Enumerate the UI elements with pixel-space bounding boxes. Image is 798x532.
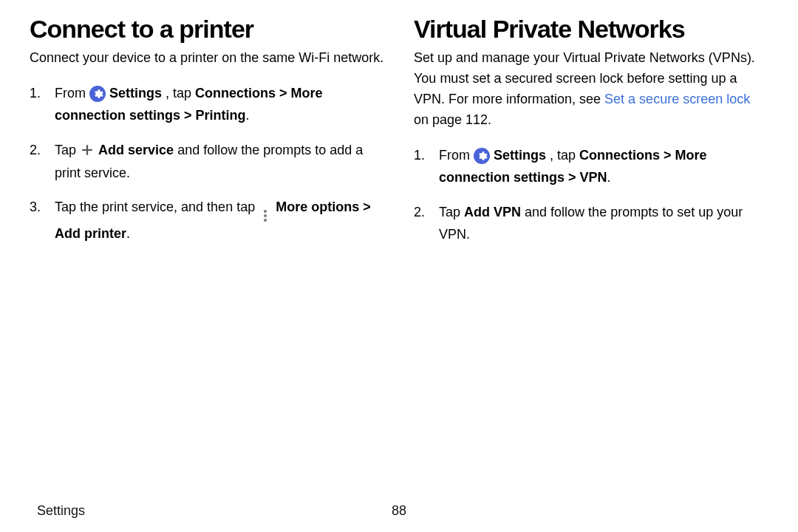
step-text: . (607, 170, 611, 185)
bold-settings: Settings (109, 86, 162, 100)
step-text: . (246, 108, 250, 123)
bold-settings: Settings (494, 148, 546, 163)
more-options-icon (260, 209, 270, 222)
intro-text: Set up and manage your Virtual Private N… (414, 48, 768, 131)
page-footer: Settings 88 (37, 503, 761, 519)
settings-gear-icon (89, 86, 106, 102)
step-text: , tap (550, 148, 579, 163)
step-1: From Settings , tap Connections > More c… (30, 82, 384, 127)
step-text: From (439, 148, 474, 163)
left-column: Connect to a printer Connect your device… (30, 15, 384, 258)
step-text: Tap the print service, and then tap (55, 200, 259, 214)
right-column: Virtual Private Networks Set up and mana… (414, 15, 768, 258)
settings-gear-icon (474, 148, 490, 164)
plus-add-icon (80, 143, 95, 157)
step-text: Tap (439, 205, 464, 219)
intro-text: Connect your device to a printer on the … (30, 48, 384, 69)
heading-vpn: Virtual Private Networks (414, 15, 768, 44)
step-text: , tap (166, 86, 195, 100)
steps-list: From Settings , tap Connections > More c… (30, 82, 384, 245)
step-2: Tap Add service and follow the prompts t… (30, 139, 384, 184)
step-3: Tap the print service, and then tap More… (30, 196, 384, 245)
step-text: . (126, 226, 130, 241)
step-text: From (55, 86, 89, 100)
step-text: Tap (55, 143, 80, 157)
step-2: Tap Add VPN and follow the prompts to se… (414, 201, 768, 246)
footer-page-number: 88 (392, 503, 406, 519)
steps-list: From Settings , tap Connections > More c… (414, 144, 768, 246)
bold-add-service: Add service (98, 143, 174, 157)
footer-section: Settings (37, 503, 85, 519)
intro-part: on page 112. (414, 112, 491, 127)
step-1: From Settings , tap Connections > More c… (414, 144, 768, 189)
heading-connect-printer: Connect to a printer (30, 15, 384, 44)
bold-add-vpn: Add VPN (464, 205, 521, 219)
link-secure-screen-lock[interactable]: Set a secure screen lock (604, 92, 750, 106)
content-columns: Connect to a printer Connect your device… (30, 15, 768, 258)
